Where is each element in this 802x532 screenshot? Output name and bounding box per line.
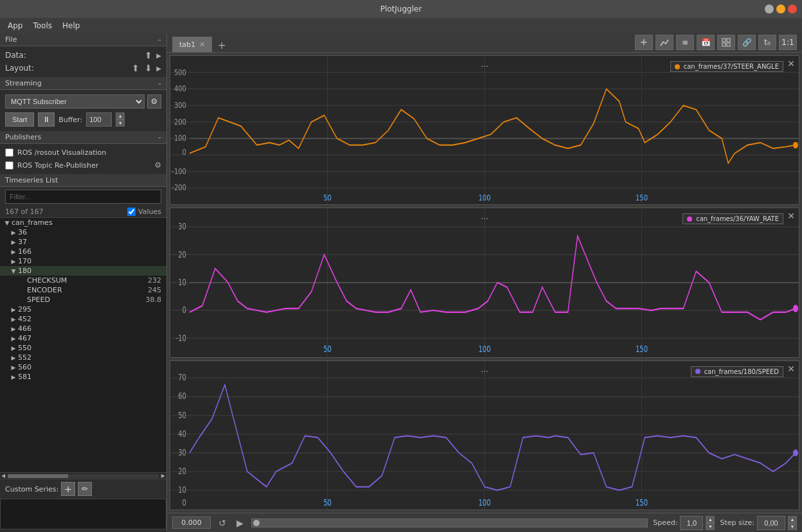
list-item[interactable]: ▶ 560 [0, 362, 166, 372]
custom-series-label: Custom Series: [5, 485, 58, 493]
list-item[interactable]: — ENCODER 245 [0, 285, 166, 295]
toolbar-grid-button[interactable] [717, 35, 735, 50]
values-label: Values [138, 208, 161, 216]
list-item[interactable]: ▶ 466 [0, 324, 166, 333]
toolbar-move-button[interactable]: ✛ [635, 35, 653, 50]
timeline-slider[interactable] [251, 519, 648, 528]
values-checkbox[interactable] [127, 208, 136, 216]
menu-help[interactable]: Help [57, 20, 85, 31]
streaming-source-select[interactable]: MQTT Subscriber ROS Topic UDP [5, 94, 145, 109]
streaming-section-collapse: – [158, 79, 162, 87]
chart3-legend-label: can_frames/180/SPEED [704, 368, 779, 375]
layout-save-button[interactable]: ⬇ [143, 63, 154, 73]
ros-republisher-checkbox[interactable] [5, 161, 13, 170]
svg-text:40: 40 [178, 429, 186, 439]
pause-button[interactable]: ⏸ [38, 112, 55, 127]
streaming-gear-button[interactable]: ⚙ [147, 94, 161, 109]
window-title: PlotJuggler [380, 4, 422, 13]
tab-close-button[interactable]: ✕ [199, 41, 205, 48]
republisher-gear-icon[interactable]: ⚙ [154, 161, 161, 170]
menubar: App Tools Help [0, 18, 802, 33]
list-item[interactable]: ▶ 550 [0, 343, 166, 353]
data-load-button[interactable]: ⬆ [143, 50, 154, 60]
list-item[interactable]: ▶ 452 [0, 314, 166, 324]
toolbar-link-button[interactable]: 🔗 [738, 35, 756, 50]
toolbar-plot-button[interactable] [655, 35, 673, 50]
file-section-header[interactable]: File – [0, 33, 166, 46]
list-item[interactable]: ▶ 467 [0, 333, 166, 343]
tab-add-button[interactable]: + [215, 38, 229, 52]
layout-load-button[interactable]: ⬆ [130, 63, 141, 73]
tree-root[interactable]: ▼ can_frames [0, 218, 166, 227]
tree-container[interactable]: ▼ can_frames ▶ 36 ▶ 37 ▶ 166 [0, 217, 166, 472]
bottom-bar: 0.000 ↺ ▶ Speed: ▲ ▼ Step size: ▲ ▼ [167, 513, 802, 532]
list-item[interactable]: ▶ 37 [0, 237, 166, 247]
list-item[interactable]: — CHECKSUM 232 [0, 276, 166, 285]
rewind-button[interactable]: ↺ [216, 517, 229, 529]
tree-label-466: 466 [18, 324, 166, 333]
tree-arrow-36: ▶ [9, 229, 18, 236]
speed-input[interactable] [680, 516, 703, 530]
chart3-close-button[interactable]: ✕ [787, 364, 795, 374]
list-item[interactable]: ▶ 295 [0, 305, 166, 314]
toolbar-t0-button[interactable]: t₀ [758, 35, 776, 50]
custom-text-area[interactable] [0, 499, 166, 529]
hscroll-right-arrow[interactable]: ▶ [160, 473, 166, 479]
svg-text:30: 30 [178, 447, 186, 457]
tab-bar: tab1 ✕ + ✛ ≡ 📅 🔗 [167, 33, 802, 53]
toolbar-right: ✛ ≡ 📅 🔗 t₀ 1:1 [635, 35, 797, 50]
list-item[interactable]: ▶ 166 [0, 247, 166, 256]
list-item[interactable]: — SPEED 38.8 [0, 295, 166, 305]
menu-tools[interactable]: Tools [28, 20, 57, 31]
data-label: Data: [5, 51, 26, 60]
filter-input[interactable] [5, 190, 161, 204]
chart1-close-button[interactable]: ✕ [787, 58, 795, 69]
svg-text:60: 60 [178, 391, 186, 402]
buffer-down-button[interactable]: ▼ [116, 120, 125, 127]
maximize-button[interactable] [776, 4, 785, 13]
tree-hscrollbar[interactable]: ◀ ▶ [0, 472, 166, 479]
file-section-title: File [5, 35, 17, 44]
chart2-legend: can_frames/36/YAW_RATE [682, 213, 783, 224]
minimize-button[interactable] [765, 4, 774, 13]
toolbar-list-button[interactable]: ≡ [676, 35, 694, 50]
publishers-section-header[interactable]: Publishers – [0, 131, 166, 144]
publishers-section-title: Publishers [5, 133, 41, 141]
step-up-button[interactable]: ▲ [788, 516, 797, 523]
pause-icon: ⏸ [42, 115, 50, 124]
toolbar-calendar-button[interactable]: 📅 [697, 35, 715, 50]
svg-text:50: 50 [323, 343, 332, 354]
svg-text:50: 50 [323, 497, 332, 508]
tree-value-encoder: 245 [148, 286, 161, 294]
tree-arrow-37: ▶ [9, 239, 18, 245]
step-input[interactable] [757, 516, 785, 530]
tab-tab1[interactable]: tab1 ✕ [172, 37, 212, 52]
hscroll-left-arrow[interactable]: ◀ [0, 473, 6, 479]
buffer-input[interactable] [86, 112, 112, 127]
start-button[interactable]: Start [5, 112, 34, 127]
tree-root-label: can_frames [12, 218, 166, 227]
toolbar-ratio-button[interactable]: 1:1 [779, 35, 797, 50]
list-item[interactable]: ▼ 180 [0, 266, 166, 276]
custom-edit-button[interactable]: ✏ [78, 482, 92, 496]
speed-up-button[interactable]: ▲ [706, 516, 715, 523]
ros-visualization-checkbox[interactable] [5, 148, 13, 157]
custom-add-button[interactable]: + [61, 482, 75, 496]
menu-app[interactable]: App [3, 20, 28, 31]
svg-text:-200: -200 [172, 182, 186, 193]
list-item[interactable]: ▶ 552 [0, 353, 166, 362]
tree-label-581: 581 [18, 373, 166, 381]
close-button[interactable] [788, 4, 797, 13]
svg-point-70 [793, 449, 798, 456]
streaming-section-header[interactable]: Streaming – [0, 77, 166, 90]
buffer-up-button[interactable]: ▲ [116, 112, 125, 120]
values-toggle[interactable]: Values [127, 208, 161, 216]
hscroll-track[interactable] [8, 474, 159, 478]
list-item[interactable]: ▶ 170 [0, 256, 166, 266]
list-item[interactable]: ▶ 36 [0, 227, 166, 237]
speed-down-button[interactable]: ▼ [706, 523, 715, 530]
chart2-close-button[interactable]: ✕ [787, 211, 795, 221]
play-button[interactable]: ▶ [234, 517, 246, 529]
list-item[interactable]: ▶ 581 [0, 372, 166, 382]
step-down-button[interactable]: ▼ [788, 523, 797, 530]
